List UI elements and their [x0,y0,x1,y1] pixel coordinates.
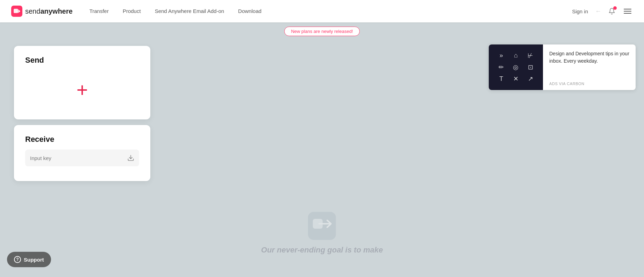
ad-content: Design and Development tips in your inbo… [543,44,636,90]
left-panel: Send + Receive [14,46,150,267]
add-file-button[interactable]: + [25,70,139,110]
navbar-left: sendanywhere Transfer Product Send Anywh… [11,6,262,17]
ad-icon-5: ◎ [509,62,523,72]
nav-download[interactable]: Download [238,8,262,14]
ad-card: » ⌂ ⊬ ✏ ◎ ⊡ T ✕ ↗ Design and Development… [489,44,636,90]
logo-icon [11,6,22,17]
receive-download-button[interactable] [127,154,134,161]
notification-badge [613,6,617,10]
divider: ← [595,8,601,15]
ad-icon-2: ⌂ [509,50,523,61]
download-icon [127,154,134,161]
banner-container: New plans are newly released! [0,22,644,37]
ad-icon-6: ⊡ [523,62,537,72]
notification-button[interactable] [608,8,615,15]
sign-in-button[interactable]: Sign in [572,8,588,14]
ad-image: » ⌂ ⊬ ✏ ◎ ⊡ T ✕ ↗ [489,44,543,90]
logo-text: sendanywhere [25,7,73,15]
menu-button[interactable] [622,7,633,15]
nav-product[interactable]: Product [123,8,141,14]
input-key-row [25,150,139,166]
hamburger-line [624,9,631,9]
ad-icon-8: ✕ [509,74,523,84]
ad-icon-7: T [494,74,508,84]
ad-via-label: ADS VIA CARBON [549,82,629,86]
ad-description: Design and Development tips in your inbo… [549,50,629,65]
navbar-right: Sign in ← [572,7,633,15]
nav-email-addon[interactable]: Send Anywhere Email Add-on [155,8,224,14]
send-title: Send [25,56,139,65]
main-content: Send + Receive [0,37,644,276]
support-button[interactable]: ? Support [7,252,51,267]
ad-icon-9: ↗ [523,74,537,84]
logo[interactable]: sendanywhere [11,6,73,17]
hamburger-line [624,11,631,12]
hamburger-line [624,13,631,14]
nav-transfer[interactable]: Transfer [90,8,109,14]
nav-links: Transfer Product Send Anywhere Email Add… [90,8,262,14]
receive-title: Receive [25,135,139,144]
watermark-logo-icon [308,212,336,240]
input-key-field[interactable] [30,155,127,161]
plus-icon: + [77,80,88,100]
center-watermark: Our never-ending goal is to make [261,212,383,255]
receive-card: Receive [14,125,150,181]
watermark-tagline: Our never-ending goal is to make [261,245,383,255]
navbar: sendanywhere Transfer Product Send Anywh… [0,0,644,22]
support-label: Support [24,257,44,263]
send-card: Send + [14,46,150,119]
ad-icon-4: ✏ [494,62,508,72]
support-icon: ? [14,256,21,263]
ad-icon-3: ⊬ [523,50,537,61]
ad-icon-1: » [494,50,508,61]
new-plans-badge: New plans are newly released! [284,27,359,36]
